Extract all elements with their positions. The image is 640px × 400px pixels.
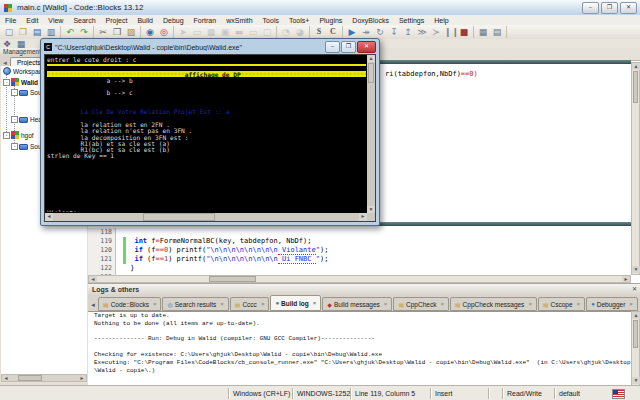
editor-hscrollbar[interactable]: ◄ ► [88, 275, 631, 283]
tab-close-icon[interactable]: × [528, 301, 532, 307]
scroll-thumb[interactable] [368, 63, 374, 83]
stop-debugger-icon[interactable]: ■ [458, 26, 470, 38]
tab-scroll-left-icon[interactable]: ◄ [88, 302, 98, 311]
new-file-icon[interactable]: ▢ [3, 26, 15, 38]
menu-fortran[interactable]: Fortran [189, 17, 222, 24]
scroll-left-icon[interactable]: ◄ [45, 213, 53, 221]
build-log-content[interactable]: Target is up to date.Nothing to be done … [88, 311, 640, 387]
step-into-icon[interactable]: ↧ [388, 26, 400, 38]
tree-item-walid[interactable]: Walid [11, 77, 38, 87]
expand-toggle[interactable]: - [3, 79, 10, 86]
tab-cppcheck-messages[interactable]: ▤CppCheck messages× [450, 297, 537, 311]
maximize-button[interactable]: ❐ [601, 2, 618, 14]
scroll-down-icon[interactable]: ▼ [632, 266, 640, 273]
c-button[interactable]: C [327, 26, 339, 38]
menu-file[interactable]: File [0, 17, 21, 24]
menu-tools[interactable]: Tools [258, 17, 284, 24]
break-debugger-icon[interactable]: ❙❙ [444, 26, 456, 38]
scroll-down-icon[interactable]: ▼ [632, 377, 640, 384]
expand-toggle[interactable]: - [11, 89, 18, 96]
tab-close-icon[interactable]: × [629, 301, 633, 307]
scroll-up-icon[interactable]: ▲ [632, 312, 640, 319]
wxsmith-image-icon[interactable]: ▦ [205, 26, 217, 38]
run-to-cursor-icon[interactable]: ↠ [360, 26, 372, 38]
cut-icon[interactable]: ✂ [97, 26, 109, 38]
scroll-down-icon[interactable]: ▼ [367, 206, 375, 213]
console-close-button[interactable]: ✕ [357, 41, 376, 53]
menu-build[interactable]: Build [132, 17, 158, 24]
fold-margin[interactable] [116, 264, 123, 273]
menu-plugins[interactable]: Plugins [314, 17, 347, 24]
scroll-left-icon[interactable]: ◄ [2, 375, 10, 381]
save-icon[interactable]: ▤ [31, 26, 43, 38]
wxsmith-sizer-icon[interactable]: ▭ [247, 26, 259, 38]
minimize-button[interactable]: – [582, 2, 599, 14]
management-hscrollbar[interactable]: ◄ ► [1, 374, 87, 382]
redo-icon[interactable]: ↷ [78, 26, 90, 38]
logs-vscrollbar[interactable]: ▲ ▼ [631, 311, 640, 386]
save-all-icon[interactable]: ▥ [45, 26, 57, 38]
console-window[interactable]: C "C:\Users\ghjuk\Desktop\Walid - copie\… [40, 38, 380, 226]
expand-toggle[interactable]: - [3, 132, 10, 139]
open-icon[interactable]: ❐ [17, 26, 29, 38]
logs-close-icon[interactable]: ✕ [632, 284, 637, 295]
tab-close-icon[interactable]: × [577, 301, 581, 307]
step-out-icon[interactable]: ↥ [402, 26, 414, 38]
tab-search-results[interactable]: ◎Search results× [162, 297, 228, 311]
s-button[interactable]: S [313, 26, 325, 38]
scroll-up-icon[interactable]: ▲ [632, 63, 640, 70]
zoom-out-icon[interactable]: ◕ [294, 26, 306, 38]
fold-margin[interactable] [116, 237, 123, 246]
paste-icon[interactable]: ▨ [125, 26, 137, 38]
undo-icon[interactable]: ↶ [64, 26, 76, 38]
scroll-right-icon[interactable]: ► [78, 375, 86, 381]
tab-cccc[interactable]: ▤Cccc× [230, 297, 270, 311]
tab-cscope[interactable]: ▤Cscope× [538, 297, 585, 311]
wxsmith-button-icon[interactable]: ▬ [233, 26, 245, 38]
tab-code-blocks[interactable]: ▤Code::Blocks× [98, 297, 161, 311]
scroll-thumb[interactable] [209, 276, 256, 282]
tab-close-icon[interactable]: × [440, 301, 444, 307]
tab-build-messages[interactable]: ◆Build messages× [322, 297, 392, 311]
tab-build-log[interactable]: ●Build log× [270, 295, 321, 311]
fold-margin[interactable] [116, 246, 123, 255]
tab-debugger[interactable]: ●Debugger× [586, 297, 638, 311]
line-number[interactable]: 122 [88, 264, 116, 273]
menu-wxsmith[interactable]: wxSmith [221, 17, 257, 24]
find-icon[interactable]: ◉ [144, 26, 156, 38]
scroll-thumb[interactable] [143, 213, 215, 221]
menu-edit[interactable]: Edit [21, 17, 43, 24]
console-hscrollbar[interactable]: ◄ ► [45, 213, 367, 221]
menu-doxyblocks[interactable]: DoxyBlocks [347, 17, 394, 24]
scroll-thumb[interactable] [18, 375, 42, 381]
wxsmith-border-icon[interactable]: ▢ [261, 26, 273, 38]
expand-toggle[interactable]: - [11, 143, 18, 150]
line-number[interactable]: 119 [88, 237, 116, 246]
scroll-up-icon[interactable]: ▲ [367, 55, 375, 62]
console-minimize-button[interactable]: – [325, 41, 340, 53]
wxsmith-frame-icon[interactable]: ▣ [219, 26, 231, 38]
menu-tools[interactable]: Tools+ [284, 17, 314, 24]
line-number[interactable]: 120 [88, 246, 116, 255]
scroll-left-icon[interactable]: ◄ [89, 276, 97, 282]
fold-margin[interactable] [116, 228, 123, 237]
menu-settings[interactable]: Settings [394, 17, 429, 24]
scroll-thumb[interactable] [633, 320, 638, 348]
tab-close-icon[interactable]: × [384, 301, 388, 307]
copy-icon[interactable]: ❒ [111, 26, 123, 38]
scroll-thumb[interactable] [633, 71, 638, 103]
console-vscrollbar[interactable]: ▲ ▼ [367, 55, 375, 213]
debug-info-icon[interactable]: ▤ [491, 26, 503, 38]
tab-close-icon[interactable]: × [153, 301, 157, 307]
menu-help[interactable]: Help [429, 17, 453, 24]
scroll-right-icon[interactable]: ► [359, 213, 367, 221]
zoom-in-icon[interactable]: ◔ [280, 26, 292, 38]
tab-close-icon[interactable]: × [261, 301, 265, 307]
console-maximize-button[interactable]: ❐ [341, 41, 356, 53]
fold-margin[interactable] [116, 255, 123, 264]
menu-view[interactable]: View [43, 17, 68, 24]
line-number[interactable]: 118 [88, 228, 116, 237]
tab-cppcheck[interactable]: ▤CppCheck× [393, 297, 449, 311]
console-output[interactable]: entrer le cote droit : c****************… [44, 54, 376, 222]
close-button[interactable]: ✕ [620, 2, 637, 14]
